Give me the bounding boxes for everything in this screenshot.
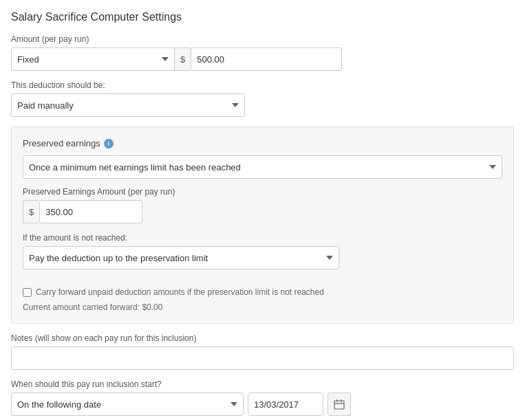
start-date-input[interactable]	[248, 393, 323, 416]
start-select[interactable]: On the following date Immediately Never	[11, 393, 244, 416]
preserved-title-text: Preserved earnings	[23, 138, 100, 148]
carry-forward-row: Carry forward unpaid deduction amounts i…	[23, 287, 502, 297]
calendar-icon[interactable]	[328, 393, 351, 416]
notes-label: Notes (will show on each pay run for thi…	[11, 333, 514, 343]
notes-input[interactable]	[11, 346, 514, 370]
preserved-section-title: Preserved earnings i	[23, 138, 502, 148]
preserved-main-select[interactable]: Once a minimum net earnings limit has be…	[23, 155, 502, 179]
deduction-label: This deduction should be:	[11, 80, 514, 90]
preserved-amount-label: Preserved Earnings Amount (per pay run)	[23, 187, 502, 197]
amount-label: Amount (per pay run)	[11, 34, 514, 44]
deduction-type-select[interactable]: Paid manually Automatically paid	[11, 93, 245, 117]
not-reached-select[interactable]: Pay the deduction up to the preservation…	[23, 246, 339, 269]
preserved-currency-symbol: $	[23, 200, 39, 223]
carried-forward-text: Current amount carried forward: $0.00	[23, 302, 502, 312]
preserved-earnings-section: Preserved earnings i Once a minimum net …	[11, 126, 514, 324]
info-icon[interactable]: i	[104, 139, 114, 148]
preserved-amount-input[interactable]	[39, 200, 142, 223]
currency-symbol: $	[175, 47, 191, 71]
not-reached-label: If the amount is not reached:	[23, 233, 502, 243]
amount-input[interactable]	[191, 47, 342, 71]
page-title: Salary Sacrifice Computer Settings	[11, 11, 514, 23]
amount-type-select[interactable]: Fixed Percentage	[11, 47, 175, 71]
carry-forward-label: Carry forward unpaid deduction amounts i…	[36, 287, 324, 297]
carry-forward-checkbox[interactable]	[23, 288, 32, 297]
start-label: When should this pay run inclusion start…	[11, 379, 514, 389]
svg-rect-0	[334, 401, 344, 409]
